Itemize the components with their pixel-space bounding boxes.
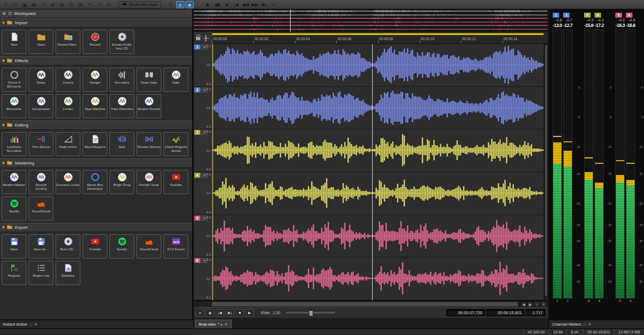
go-to-end-icon[interactable]: ▶| <box>226 309 234 316</box>
redo-icon[interactable]: ↷ <box>95 1 103 8</box>
horizontal-scrollbar[interactable]: ◀▶−+ <box>194 300 548 307</box>
channel-badge[interactable]: 1 <box>194 45 200 50</box>
rewind-icon[interactable]: ◀◀ <box>242 1 250 8</box>
workspace-button-normalize[interactable]: Normalize <box>110 68 134 92</box>
menu-icon[interactable]: ≡ <box>2 1 10 8</box>
loop-icon[interactable]: ∞ <box>196 309 204 316</box>
scroll-right-button[interactable]: ▶ <box>527 301 533 307</box>
record-icon[interactable]: ◉ <box>206 309 214 316</box>
waveform-channel-3[interactable] <box>212 129 548 172</box>
workspace-button-tape-machine[interactable]: Tape Machine <box>83 94 107 118</box>
workspace-button-bitcrusher[interactable]: Bitcrusher <box>2 94 26 118</box>
workspace-button-split[interactable]: Split <box>110 132 134 156</box>
go-to-end-icon[interactable]: ▶| <box>260 1 269 8</box>
mix-icon[interactable]: ▧ <box>77 1 85 8</box>
horizontal-scroll-thumb[interactable] <box>212 302 518 306</box>
waveform-channel-2[interactable] <box>212 87 548 129</box>
workspace-button-gate[interactable]: Gate <box>163 68 188 92</box>
channel-meters-tab[interactable]: Channel Meters □ ✕ <box>549 320 644 328</box>
record-icon[interactable]: ● <box>195 1 203 8</box>
section-header-export[interactable]: ▾Export <box>0 223 192 232</box>
workspace-button-extract-audio-from-cd[interactable]: Extract Audio from CD <box>110 30 134 54</box>
workspace-button-record[interactable]: Record <box>83 30 107 54</box>
section-header-import[interactable]: ▾Import <box>0 18 192 28</box>
workspace-button-limiter[interactable]: Limiter <box>56 94 80 118</box>
forward-icon[interactable]: ▶▶ <box>251 1 259 8</box>
workspace-button-modern-master[interactable]: Modern Master <box>2 170 26 194</box>
workspace-button-soundcloud[interactable]: SoundCloud <box>137 234 161 259</box>
copy-icon[interactable]: ⊞ <box>48 1 57 8</box>
workspace-button-regions[interactable]: Regions <box>2 261 26 285</box>
play-all-icon[interactable]: ▶ <box>204 1 212 8</box>
close-icon[interactable]: ✕ <box>588 322 591 327</box>
workspace-button-burn-cd[interactable]: Burn CD... <box>56 234 80 259</box>
total-time-display[interactable]: 00:00:15,601 <box>486 309 525 316</box>
edit-tool-icon[interactable]: ⊙ <box>176 1 184 8</box>
workspace-button-ozone-9-elements[interactable]: Ozone 9 Elements <box>2 68 26 92</box>
workspace-button-soundcloud[interactable]: SoundCloud <box>29 196 53 221</box>
overview-bar[interactable] <box>194 9 548 32</box>
vertical-scroll-thumb[interactable] <box>545 45 547 296</box>
snapshot-icon[interactable]: ⊡ <box>105 1 113 8</box>
workspace-button-chorus[interactable]: Chorus <box>56 68 80 92</box>
workspace-button-open[interactable]: Open <box>29 30 53 54</box>
track-channel-4[interactable]: 4≡-6.0-Inf.-6.0 <box>194 172 548 215</box>
trim-icon[interactable]: ◫ <box>67 1 75 8</box>
zoom-out-button[interactable]: − <box>534 301 540 307</box>
waveform-channel-5[interactable] <box>212 215 548 257</box>
workspace-button-word-regions[interactable]: Word Regions <box>83 132 107 156</box>
go-to-start-icon[interactable]: |◀ <box>232 1 241 8</box>
open-file-icon[interactable]: ◪ <box>20 1 29 8</box>
section-header-effects[interactable]: ▾Effects <box>0 56 192 65</box>
workspace-button-youtube[interactable]: Youtube <box>163 170 188 194</box>
loop-playback-icon[interactable]: ∞ <box>270 1 278 8</box>
close-icon[interactable]: ✕ <box>34 322 37 327</box>
workspace-button-recent-files[interactable]: Recent Files... <box>56 30 80 54</box>
instant-action-tab[interactable]: Instant Action □ ✕ <box>0 320 193 328</box>
show-me-how-button[interactable]: Show Me How <box>118 1 161 8</box>
workspace-button-spotify[interactable]: Spotify <box>2 196 26 221</box>
workspace-button-stereo-bus-dimension[interactable]: Stereo Bus Dimension <box>83 170 107 194</box>
channel-badge[interactable]: 5 <box>194 216 200 221</box>
rate-slider[interactable] <box>286 312 335 314</box>
workspace-button-flanger[interactable]: Flanger <box>83 68 107 92</box>
workspace-button-loudness-normalize[interactable]: Loudness Normalize <box>2 132 26 156</box>
zoom-tool-icon[interactable]: ⊕ <box>185 1 194 8</box>
rate-slider-thumb[interactable] <box>309 310 313 316</box>
section-header-mastering[interactable]: ▾Mastering <box>0 158 192 168</box>
track-channel-2[interactable]: 2≡-6.0-Inf.-6.0 <box>194 87 548 130</box>
workspace-button-fade-in-out[interactable]: Fade In/Out <box>56 132 80 156</box>
loop-region-bar[interactable] <box>212 33 544 35</box>
undo-icon[interactable]: ↶ <box>86 1 94 8</box>
waveform-channel-6[interactable] <box>212 257 548 300</box>
tracks-area[interactable]: 1≡-6.0-Inf.-6.02≡-6.0-Inf.-6.03≡-6.0-Inf… <box>194 44 548 300</box>
channel-badge[interactable]: 6 <box>194 258 200 263</box>
track-channel-1[interactable]: 1≡-6.0-Inf.-6.0 <box>194 44 548 87</box>
track-channel-6[interactable]: 6≡-6.0-Inf.-6.0 <box>194 257 548 300</box>
workspace-button-new[interactable]: New <box>2 30 26 54</box>
workspace-button-noise-gate[interactable]: Noise Gate <box>137 68 161 92</box>
document-tab-final-wav[interactable]: final.wav * ▸ ✕ <box>195 320 232 328</box>
workspace-button-region-list[interactable]: Region List <box>29 261 53 285</box>
track-channel-3[interactable]: 3≡-6.0-Inf.-6.0 <box>194 129 548 172</box>
workspace-button-tube-distortion[interactable]: Tube Distortion <box>110 94 134 118</box>
workspace-button-spotify[interactable]: Spotify <box>110 234 134 259</box>
workspace-button-youtube[interactable]: Youtube <box>83 234 107 259</box>
close-icon[interactable]: ✕ <box>225 322 228 327</box>
workspace-button-statistics[interactable]: Statistics <box>56 261 80 285</box>
scroll-left-button[interactable]: ◀ <box>521 301 527 307</box>
channel-badge[interactable]: 2 <box>194 87 200 92</box>
play-device-icon[interactable]: ▸ <box>221 322 223 327</box>
workspace-button-save-as[interactable]: Save As... <box>29 234 53 259</box>
new-file-icon[interactable]: ▢ <box>11 1 19 8</box>
current-time-display[interactable]: 00:00:07,720 <box>446 309 485 316</box>
vertical-scrollbar[interactable] <box>544 44 548 300</box>
channel-badge[interactable]: 4 <box>194 173 200 178</box>
play-icon[interactable]: ▶ <box>245 309 254 316</box>
workspace-button-shorten-silence[interactable]: Shorten Silence <box>137 132 161 156</box>
waveform-channel-4[interactable] <box>212 172 548 215</box>
workspace-button-bright-song[interactable]: Bright Song <box>110 170 134 194</box>
waveform-channel-1[interactable] <box>212 44 548 86</box>
paste-icon[interactable]: ▤ <box>58 1 66 8</box>
extra-time-display[interactable]: 1:717 <box>526 309 545 316</box>
